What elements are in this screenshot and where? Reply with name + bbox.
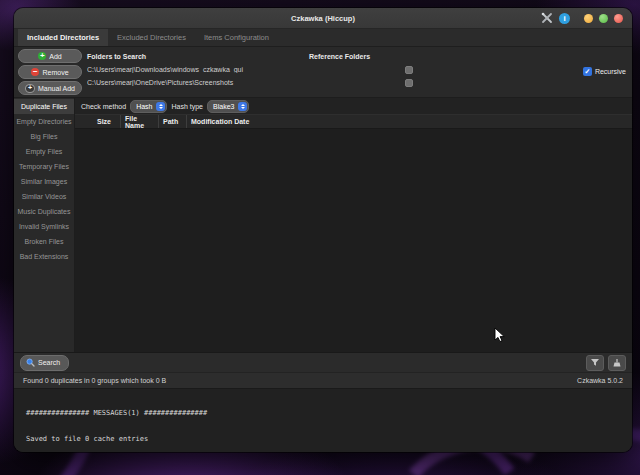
folder-row[interactable]: C:\Users\mearj\Downloads\windows_czkawka…	[87, 63, 632, 76]
directory-buttons: + Add − Remove + Manual Add	[14, 47, 83, 97]
manual-add-label: Manual Add	[38, 85, 75, 92]
action-bar: Search	[14, 352, 632, 372]
check-method-value: Hash	[136, 103, 152, 110]
info-glyph: i	[563, 14, 565, 23]
column-header-path[interactable]: Path	[158, 115, 186, 128]
sidebar-item-music-duplicates[interactable]: Music Duplicates	[14, 204, 74, 219]
results-table-header: Size File Name Path Modification Date	[75, 114, 632, 129]
column-header-file-name[interactable]: File Name	[120, 115, 158, 128]
minimize-button[interactable]	[584, 14, 593, 23]
reference-checkbox-cell	[403, 66, 415, 74]
clean-cache-button[interactable]	[608, 355, 626, 371]
options-row: Check method Hash Hash type Blake3	[75, 98, 632, 114]
column-header-size[interactable]: Size	[93, 115, 120, 128]
mouse-cursor	[494, 327, 508, 345]
selection-column-header	[75, 115, 93, 128]
reference-folders-header: Reference Folders	[309, 53, 632, 60]
check-method-select[interactable]: Hash	[130, 100, 167, 113]
folder-row[interactable]: C:\Users\mearj\OneDrive\Pictures\Screens…	[87, 76, 632, 89]
remove-label: Remove	[42, 69, 68, 76]
recursive-label: Recursive	[595, 68, 626, 75]
close-button[interactable]	[614, 14, 623, 23]
minus-circle-icon: −	[31, 68, 39, 76]
chevron-up-down-icon	[238, 102, 247, 111]
settings-tools-icon[interactable]	[540, 12, 553, 25]
sidebar-item-duplicate-files[interactable]: Duplicate Files	[14, 99, 74, 114]
hash-type-label: Hash type	[171, 103, 203, 110]
titlebar[interactable]: Czkawka (Hiccup) i	[14, 8, 632, 29]
included-directories-panel: + Add − Remove + Manual Add Folders to S…	[14, 47, 632, 97]
recursive-checkbox-group[interactable]: ✓ Recursive	[583, 67, 626, 76]
log-line: Saved to file 0 cache entries	[26, 435, 632, 444]
status-message: Found 0 duplicates in 0 groups which too…	[23, 377, 166, 384]
search-button[interactable]: Search	[20, 355, 69, 371]
maximize-button[interactable]	[599, 14, 608, 23]
sidebar-item-big-files[interactable]: Big Files	[14, 129, 74, 144]
messages-log[interactable]: ############### MESSAGES(1) ############…	[14, 388, 632, 452]
add-directory-button[interactable]: + Add	[18, 49, 82, 63]
folders-list-header: Folders to Search Reference Folders	[87, 50, 632, 63]
folders-list: Folders to Search Reference Folders C:\U…	[83, 47, 632, 97]
broom-icon	[612, 358, 622, 368]
check-method-label: Check method	[81, 103, 126, 110]
recursive-checkbox[interactable]: ✓	[583, 67, 592, 76]
tab-label: Items Configuration	[204, 33, 269, 42]
magnifier-icon	[26, 358, 35, 367]
duplicate-finder-content: Check method Hash Hash type Blake3	[75, 98, 632, 352]
plus-outline-icon: +	[25, 84, 35, 93]
tab-items-configuration[interactable]: Items Configuration	[195, 29, 278, 46]
folder-path: C:\Users\mearj\Downloads\windows_czkawka…	[87, 66, 403, 73]
folders-to-search-header: Folders to Search	[87, 53, 309, 60]
tab-label: Excluded Directories	[117, 33, 186, 42]
funnel-icon	[590, 358, 600, 367]
directories-tabbar: Included Directories Excluded Directorie…	[14, 29, 632, 47]
reference-checkbox[interactable]	[405, 66, 413, 74]
reference-checkbox-cell	[403, 79, 415, 87]
sidebar-item-temporary-files[interactable]: Temporary Files	[14, 159, 74, 174]
titlebar-controls: i	[540, 12, 632, 25]
main-area: Duplicate Files Empty Directories Big Fi…	[14, 97, 632, 352]
tool-sidebar: Duplicate Files Empty Directories Big Fi…	[14, 98, 75, 352]
search-label: Search	[38, 359, 60, 366]
results-table-body[interactable]	[75, 129, 632, 352]
chevron-up-down-icon	[156, 102, 165, 111]
czkawka-window: Czkawka (Hiccup) i Included Directories …	[14, 8, 632, 452]
folder-path: C:\Users\mearj\OneDrive\Pictures\Screens…	[87, 79, 403, 86]
sidebar-item-similar-videos[interactable]: Similar Videos	[14, 189, 74, 204]
sidebar-item-empty-directories[interactable]: Empty Directories	[14, 114, 74, 129]
hash-type-select[interactable]: Blake3	[207, 100, 249, 113]
plus-circle-icon: +	[38, 52, 46, 60]
add-label: Add	[49, 53, 61, 60]
column-header-modification-date[interactable]: Modification Date	[186, 115, 632, 128]
sidebar-item-similar-images[interactable]: Similar Images	[14, 174, 74, 189]
sort-button[interactable]	[586, 355, 604, 371]
app-version: Czkawka 5.0.2	[577, 377, 623, 384]
status-bar: Found 0 duplicates in 0 groups which too…	[14, 372, 632, 388]
manual-add-directory-button[interactable]: + Manual Add	[18, 81, 82, 95]
sidebar-item-bad-extensions[interactable]: Bad Extensions	[14, 249, 74, 264]
info-icon[interactable]: i	[559, 13, 570, 24]
hash-type-value: Blake3	[213, 103, 234, 110]
log-line: ############### MESSAGES(1) ############…	[26, 409, 632, 418]
tab-excluded-directories[interactable]: Excluded Directories	[108, 29, 195, 46]
remove-directory-button[interactable]: − Remove	[18, 65, 82, 79]
sidebar-item-broken-files[interactable]: Broken Files	[14, 234, 74, 249]
tab-label: Included Directories	[27, 33, 99, 42]
sidebar-item-empty-files[interactable]: Empty Files	[14, 144, 74, 159]
tab-included-directories[interactable]: Included Directories	[18, 29, 108, 46]
sidebar-item-invalid-symlinks[interactable]: Invalid Symlinks	[14, 219, 74, 234]
reference-checkbox[interactable]	[405, 79, 413, 87]
